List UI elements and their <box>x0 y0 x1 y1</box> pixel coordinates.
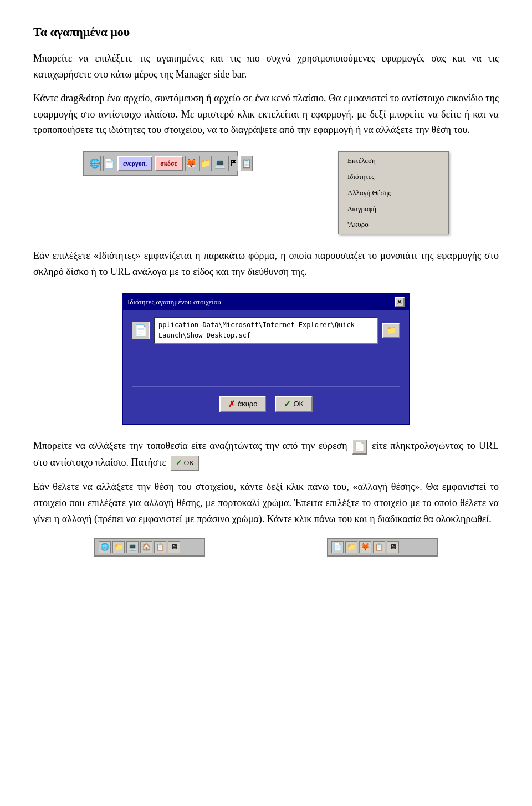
bt-icon-2: 📁 <box>112 541 125 553</box>
dialog-close-button[interactable]: ✕ <box>395 297 405 307</box>
dialog-body: 📄 pplication Data\Microsoft\Internet Exp… <box>123 310 409 424</box>
bt-icon-1: 🌐 <box>99 541 111 553</box>
dialog-input-row: 📄 pplication Data\Microsoft\Internet Exp… <box>132 317 400 344</box>
properties-dialog: Ιδιότητες αγαπημένου στοιχείου ✕ 📄 pplic… <box>122 293 410 425</box>
menu-item-ektelesi[interactable]: Εκτέλεση <box>339 153 448 169</box>
paragraph-2: Κάντε drag&drop ένα αρχείο, συντόμευση ή… <box>33 90 499 138</box>
bt-icon-5: 📋 <box>154 541 166 553</box>
toolbar-icon-1: 🌐 <box>89 156 101 171</box>
inline-ok-label: ΟΚ <box>184 457 195 469</box>
cancel-x-icon: ✗ <box>228 399 236 409</box>
context-menu-screenshot: Εκτέλεση Ιδιότητες Αλλαγή Θέσης Διαγραφή… <box>338 151 449 234</box>
bt2-icon-1: 📄 <box>331 541 344 553</box>
dialog-screenshot-row: Ιδιότητες αγαπημένου στοιχείου ✕ 📄 pplic… <box>33 293 499 425</box>
toolbar-btn-skose[interactable]: σκόσε <box>155 156 183 171</box>
dialog-title: Ιδιότητες αγαπημένου στοιχείου <box>127 297 221 308</box>
dialog-browse-button[interactable]: 📁 <box>382 323 400 338</box>
bt2-icon-5: 🖥 <box>387 541 399 553</box>
menu-item-akyro[interactable]: 'Ακυρο <box>339 217 448 233</box>
dialog-cancel-button[interactable]: ✗ άκυρο <box>219 396 267 412</box>
screenshots-row-1: 🌐 📄 ενεργοπ. σκόσε 🦊 📁 💻 🖥 📋 Εκτέλεση Ιδ… <box>33 151 499 234</box>
paragraph-1: Μπορείτε να επιλέξετε τις αγαπημένες και… <box>33 50 499 83</box>
toolbar-icon-3: 🦊 <box>185 156 197 171</box>
menu-item-diagrafi[interactable]: Διαγραφή <box>339 201 448 217</box>
menu-item-allagi-thesis[interactable]: Αλλαγή Θέσης <box>339 185 448 201</box>
bt-icon-6: 🖥 <box>168 541 180 553</box>
toolbar-icon-6: 🖥 <box>228 156 238 171</box>
bt-icon-3: 💻 <box>126 541 139 553</box>
menu-item-idiotites[interactable]: Ιδιότητες <box>339 169 448 185</box>
page-title: Τα αγαπημένα μου <box>33 22 499 42</box>
dialog-separator <box>132 386 400 387</box>
bottom-toolbar-right: 📄 📁 🦊 📋 🖥 <box>327 538 438 557</box>
toolbar-icon-2: 📄 <box>103 156 115 171</box>
cancel-label: άκυρο <box>238 400 258 408</box>
dialog-file-icon: 📄 <box>132 322 150 339</box>
paragraph-5: Εάν θέλετε να αλλάξετε την θέση του στοι… <box>33 479 499 527</box>
dialog-button-row: ✗ άκυρο ✓ ΟΚ <box>132 391 400 417</box>
bottom-toolbars-row: 🌐 📁 💻 🏠 📋 🖥 📄 📁 🦊 📋 🖥 <box>33 538 499 557</box>
toolbar-icon-5: 💻 <box>214 156 226 171</box>
toolbar-icon-7: 📋 <box>241 156 253 171</box>
bottom-toolbar-left: 🌐 📁 💻 🏠 📋 🖥 <box>94 538 205 557</box>
dialog-path-input[interactable]: pplication Data\Microsoft\Internet Explo… <box>154 317 378 344</box>
toolbar-btn-energo[interactable]: ενεργοπ. <box>117 156 152 171</box>
paragraph-3: Εάν επιλέξετε «Ιδιότητες» εμφανίζεται η … <box>33 248 499 280</box>
dialog-titlebar: Ιδιότητες αγαπημένου στοιχείου ✕ <box>123 294 409 310</box>
paragraph-4: Μπορείτε να αλλάξετε την τοποθεσία είτε … <box>33 438 499 471</box>
inline-browse-icon[interactable]: 📄 <box>352 439 367 455</box>
bt2-icon-3: 🦊 <box>359 541 371 553</box>
ok-label: ΟΚ <box>293 400 304 408</box>
dialog-ok-button[interactable]: ✓ ΟΚ <box>275 396 313 412</box>
bt2-icon-4: 📋 <box>373 541 385 553</box>
inline-ok-check-icon: ✓ <box>176 457 182 469</box>
paragraph-4-start: Μπορείτε να αλλάξετε την τοποθεσία είτε … <box>33 440 347 451</box>
bt-icon-4: 🏠 <box>140 541 152 553</box>
inline-ok-button[interactable]: ✓ ΟΚ <box>170 455 200 471</box>
bt2-icon-2: 📁 <box>345 541 357 553</box>
toolbar-screenshot: 🌐 📄 ενεργοπ. σκόσε 🦊 📁 💻 🖥 📋 <box>83 151 238 176</box>
dialog-spacer <box>132 348 400 381</box>
toolbar-icon-4: 📁 <box>200 156 212 171</box>
ok-check-icon: ✓ <box>284 399 291 409</box>
